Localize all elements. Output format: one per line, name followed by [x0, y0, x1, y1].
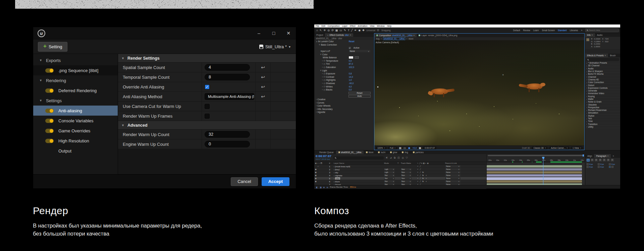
- eye-icon[interactable]: ◉: [315, 168, 317, 170]
- effects-category-row[interactable]: › Boris FX Mocha: [585, 73, 620, 75]
- menu-item[interactable]: Edit: [321, 25, 325, 27]
- light-property-row[interactable]: › ◷ Highlights 1,0: [314, 78, 374, 82]
- stopwatch-icon[interactable]: ◷: [323, 72, 325, 75]
- stopwatch-icon[interactable]: ◷: [323, 59, 325, 62]
- parent-link-dropdown[interactable]: None∨: [445, 165, 461, 168]
- color-property-row[interactable]: › ◷ Tint 87,0: [314, 62, 374, 66]
- effect-lumetri[interactable]: ∨ fx Lumetri Color Reset: [314, 40, 374, 43]
- twirl-icon[interactable]: ›: [316, 105, 317, 107]
- add-setting-button[interactable]: + Setting: [38, 42, 67, 52]
- eye-icon[interactable]: ◉: [315, 174, 317, 176]
- t-column[interactable]: T: [397, 162, 401, 164]
- blend-mode-dropdown[interactable]: Ligh∨: [384, 168, 395, 171]
- tool-icon[interactable]: ↖: [320, 29, 322, 32]
- twirl-icon[interactable]: ›: [334, 174, 334, 177]
- layer-bar-row[interactable]: [487, 180, 585, 183]
- tab-project[interactable]: Project: [314, 33, 325, 37]
- adjustment-layer-icon[interactable]: ◐: [426, 174, 427, 176]
- disclosure-icon[interactable]: ›: [586, 109, 587, 111]
- collapse-icon[interactable]: ⚬: [417, 174, 419, 176]
- exposure-value[interactable]: +0,0: [413, 147, 417, 149]
- panel-menu-icon[interactable]: ≡: [350, 34, 351, 36]
- twirl-icon[interactable]: ›: [334, 168, 334, 171]
- tab-paragraph[interactable]: Paragraph ≡: [594, 154, 610, 158]
- align-left-button[interactable]: [587, 159, 590, 162]
- fx-badge[interactable]: fx: [422, 177, 424, 179]
- justify-last-left-button[interactable]: [599, 159, 602, 162]
- quality-icon[interactable]: ╱: [420, 171, 421, 173]
- revert-button[interactable]: ↩: [256, 82, 271, 91]
- active-checkbox[interactable]: ✓: [349, 47, 351, 49]
- twirl-icon[interactable]: ›: [334, 177, 334, 180]
- collapsed-group-row[interactable]: › Curves: [314, 101, 374, 104]
- effects-category-row[interactable]: › Time: [585, 120, 620, 123]
- twirl-icon[interactable]: ›: [334, 165, 334, 168]
- adjustment-layer-icon[interactable]: ◐: [426, 180, 427, 182]
- workspace-tab[interactable]: Libraries: [570, 29, 578, 32]
- layer-bar-row[interactable]: [487, 174, 585, 177]
- effects-category-row[interactable]: › Immersive Video: [585, 92, 620, 95]
- twirl-icon[interactable]: ›: [316, 108, 317, 110]
- effects-category-row[interactable]: › Perspective: [585, 106, 620, 109]
- eye-icon[interactable]: ◉: [315, 177, 317, 179]
- toggle-on[interactable]: [45, 139, 54, 143]
- workspace-tab[interactable]: Default: [513, 29, 520, 32]
- effects-category-row[interactable]: › Obsolete: [585, 103, 620, 106]
- auto-button[interactable]: Auto: [348, 95, 371, 98]
- camera-dropdown[interactable]: Active Camer...∨: [549, 146, 569, 149]
- render-warm-up-count-input[interactable]: 32: [205, 131, 250, 138]
- use-camera-cut-checkbox[interactable]: [205, 104, 210, 109]
- justify-last-right-button[interactable]: [607, 159, 610, 162]
- light-property-row[interactable]: › ◷ Contrast 14,0: [314, 75, 374, 79]
- composition-mini-flowchart-icon[interactable]: ⚟: [386, 156, 388, 159]
- layer-bar-row[interactable]: [487, 168, 585, 171]
- parent-link-dropdown[interactable]: None∨: [445, 168, 461, 171]
- revert-button[interactable]: ↩: [256, 92, 271, 101]
- sidebar-group-settings[interactable]: ▼ Settings: [33, 96, 118, 106]
- layer-row[interactable]: ◉ ♪ 2 › [key] Ligh∨: [314, 168, 486, 171]
- revert-button[interactable]: ↩: [256, 63, 271, 72]
- section-render-settings[interactable]: ▼ Render Settings: [118, 54, 296, 63]
- tab-layer[interactable]: Layer: render_[0000-0354]_Ultra.png: [417, 34, 459, 37]
- tool-icon[interactable]: ✚: [362, 29, 365, 32]
- layer-name[interactable]: [zvuki-lesa.mp3]: [335, 165, 350, 168]
- text-direction-buttons[interactable]: [609, 166, 619, 168]
- stopwatch-icon[interactable]: ◷: [323, 79, 325, 81]
- workspace-tab[interactable]: Review: [523, 29, 530, 32]
- twirl-icon[interactable]: ›: [316, 60, 323, 62]
- menu-item[interactable]: Window: [377, 25, 385, 27]
- effects-category-row[interactable]: › * Animation Presets: [585, 62, 620, 64]
- twirl-icon[interactable]: ›: [316, 98, 317, 101]
- tab-audio[interactable]: Audio: [595, 33, 605, 37]
- menu-item[interactable]: Composition: [328, 25, 340, 27]
- twirl-icon[interactable]: ∨: [316, 43, 320, 46]
- layer-duration-bar[interactable]: [487, 183, 582, 185]
- tab-brush[interactable]: Brush: [608, 54, 618, 57]
- twirl-icon[interactable]: ›: [316, 88, 323, 91]
- prop-value[interactable]: 87,0: [349, 63, 353, 65]
- disclosure-icon[interactable]: ›: [586, 78, 587, 80]
- twirl-icon[interactable]: ›: [316, 66, 323, 68]
- effects-category-row[interactable]: › Utility: [585, 126, 620, 128]
- eye-icon[interactable]: ◉: [315, 171, 317, 173]
- toggle-on[interactable]: [45, 68, 54, 73]
- align-center-button[interactable]: [591, 159, 594, 162]
- effects-category-row[interactable]: › Blur & Sharpen: [585, 70, 620, 73]
- collapse-icon[interactable]: ⚬: [417, 165, 419, 167]
- render-warm-up-frames-checkbox[interactable]: [205, 114, 210, 119]
- sidebar-item-deferred-rendering[interactable]: Deferred Rendering: [33, 85, 118, 96]
- prop-value[interactable]: 102,0: [349, 66, 354, 68]
- disclosure-icon[interactable]: ›: [586, 118, 587, 120]
- effects-category-row[interactable]: › 3D Channel: [585, 64, 620, 67]
- effects-category-row[interactable]: › Expression Controls: [585, 87, 620, 89]
- disclosure-icon[interactable]: ›: [586, 115, 587, 117]
- twirl-icon[interactable]: ∨: [316, 53, 322, 56]
- tool-icon[interactable]: ◎: [327, 29, 330, 32]
- mode-column[interactable]: Mode: [384, 162, 397, 164]
- engine-warm-up-count-input[interactable]: 0: [205, 141, 250, 147]
- disclosure-icon[interactable]: ›: [586, 92, 587, 95]
- sidebar-group-exports[interactable]: ▼ Exports: [33, 55, 118, 65]
- effects-category-row[interactable]: › Keying: [585, 95, 620, 98]
- tab-effect-controls[interactable]: ✕ Effect Controls cilor ≡: [325, 33, 353, 37]
- blend-mode-dropdown[interactable]: Nor∨: [384, 177, 395, 180]
